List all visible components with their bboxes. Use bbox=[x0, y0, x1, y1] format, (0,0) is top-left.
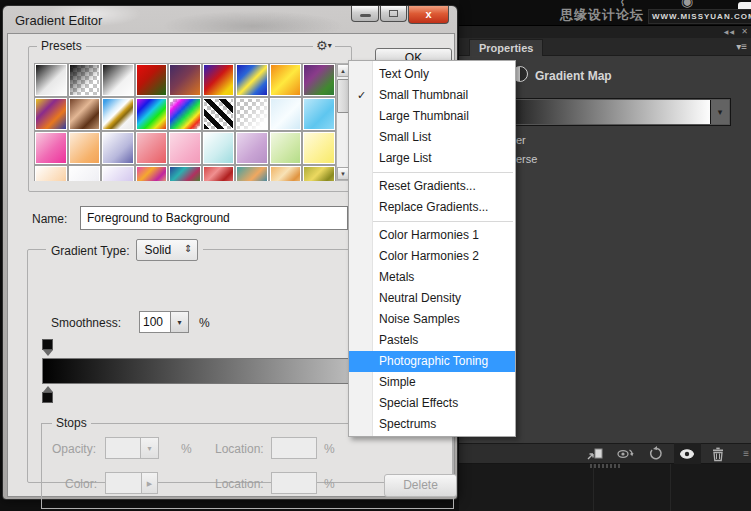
gradient-preset-thumbnail[interactable] bbox=[68, 97, 102, 131]
opacity-stop-swatch bbox=[42, 339, 53, 350]
panel-close-icon[interactable]: ✕ bbox=[741, 27, 748, 36]
opacity-dropdown-button[interactable]: ▾ bbox=[140, 437, 159, 459]
menu-item-neutral-density[interactable]: Neutral Density bbox=[349, 288, 515, 309]
panel-resize-gripper[interactable] bbox=[590, 464, 620, 468]
eye-icon-partial: ◉ bbox=[681, 0, 693, 9]
collapse-panels-icon[interactable]: ◀◀ bbox=[724, 28, 735, 35]
opacity-input[interactable] bbox=[105, 437, 141, 459]
chevron-down-icon: ▾ bbox=[328, 41, 332, 50]
gradient-preset-thumbnail[interactable] bbox=[34, 63, 68, 97]
gradient-preset-thumbnail[interactable] bbox=[68, 165, 102, 181]
gradient-preset-thumbnail[interactable] bbox=[135, 165, 169, 181]
gradient-preset-thumbnail[interactable] bbox=[34, 97, 68, 131]
tab-properties[interactable]: Properties bbox=[469, 39, 543, 56]
menu-separator bbox=[351, 221, 513, 222]
gradient-preset-thumbnail[interactable] bbox=[202, 131, 236, 165]
gradient-preset-thumbnail[interactable] bbox=[135, 63, 169, 97]
menu-item-pastels[interactable]: Pastels bbox=[349, 330, 515, 351]
reset-adjustment-icon[interactable] bbox=[647, 446, 665, 462]
panel-flyout-menu-icon[interactable]: ▾≡ bbox=[736, 42, 747, 52]
menu-item-replace-gradients[interactable]: Replace Gradients... bbox=[349, 197, 515, 218]
gradient-preset-thumbnail[interactable] bbox=[168, 97, 202, 131]
name-label: Name: bbox=[32, 212, 67, 226]
location-label: Location: bbox=[215, 442, 264, 456]
gradient-preset-thumbnail[interactable] bbox=[235, 131, 269, 165]
opacity-stop-marker[interactable] bbox=[41, 339, 54, 356]
menu-item-large-thumbnail[interactable]: Large Thumbnail bbox=[349, 106, 515, 127]
gradient-preset-thumbnail[interactable] bbox=[68, 131, 102, 165]
menu-item-color-harmonies-2[interactable]: Color Harmonies 2 bbox=[349, 246, 515, 267]
menu-item-text-only[interactable]: Text Only bbox=[349, 64, 515, 85]
gradient-preset-thumbnail[interactable] bbox=[101, 165, 135, 181]
layers-panel-edge bbox=[459, 464, 751, 511]
color-stop-marker[interactable] bbox=[41, 386, 54, 403]
minimize-button[interactable] bbox=[351, 6, 379, 22]
color-swatch[interactable] bbox=[105, 472, 142, 494]
presets-flyout-menu: Text Only ✓Small Thumbnail Large Thumbna… bbox=[348, 60, 516, 437]
menu-item-simple[interactable]: Simple bbox=[349, 372, 515, 393]
gradient-preset-thumbnail[interactable] bbox=[34, 165, 68, 181]
gradient-preset-thumbnail[interactable] bbox=[101, 131, 135, 165]
gradient-preset-thumbnail[interactable] bbox=[269, 63, 303, 97]
footer-grip-icon: ≡ bbox=[743, 448, 749, 459]
menu-item-metals[interactable]: Metals bbox=[349, 267, 515, 288]
visibility-eye-icon[interactable] bbox=[678, 446, 696, 462]
gradient-type-value: Solid bbox=[145, 243, 172, 257]
gradient-name-input[interactable] bbox=[80, 206, 348, 230]
delete-adjustment-trash-icon[interactable] bbox=[709, 446, 727, 462]
close-button[interactable]: x bbox=[408, 6, 449, 24]
menu-item-large-list[interactable]: Large List bbox=[349, 148, 515, 169]
gradient-preset-thumbnail[interactable] bbox=[235, 63, 269, 97]
menu-item-photographic-toning[interactable]: Photographic Toning bbox=[349, 351, 515, 372]
gradient-preset-thumbnail[interactable] bbox=[101, 97, 135, 131]
reverse-label-partial: erse bbox=[516, 153, 537, 165]
gradient-preset-thumbnail[interactable] bbox=[202, 165, 236, 181]
gradient-preset-thumbnail[interactable] bbox=[168, 131, 202, 165]
maximize-button[interactable] bbox=[380, 6, 407, 22]
gradient-preset-thumbnail[interactable] bbox=[135, 131, 169, 165]
presets-menu-gear-button[interactable]: ⚙▾ bbox=[313, 38, 335, 53]
previous-state-eye-icon[interactable] bbox=[616, 446, 634, 462]
color-stop-swatch bbox=[42, 392, 53, 403]
menu-item-reset-gradients[interactable]: Reset Gradients... bbox=[349, 176, 515, 197]
delete-stop-button[interactable]: Delete bbox=[384, 474, 457, 497]
clip-to-layer-icon[interactable] bbox=[586, 446, 604, 462]
maximize-icon bbox=[389, 10, 398, 17]
menu-item-small-list[interactable]: Small List bbox=[349, 127, 515, 148]
location-input[interactable] bbox=[271, 437, 317, 459]
properties-panel-header: Properties ▾≡ bbox=[459, 38, 751, 56]
gradient-preset-thumbnail[interactable] bbox=[302, 97, 336, 131]
gradient-preset-thumbnail[interactable] bbox=[34, 131, 68, 165]
menu-item-spectrums[interactable]: Spectrums bbox=[349, 414, 515, 435]
location2-input[interactable] bbox=[271, 472, 317, 494]
gradient-preset-thumbnail[interactable] bbox=[168, 63, 202, 97]
gradient-preset-thumbnail[interactable] bbox=[302, 165, 336, 181]
menu-item-small-thumbnail[interactable]: ✓Small Thumbnail bbox=[349, 85, 515, 106]
opacity-label: Opacity: bbox=[52, 442, 96, 456]
smoothness-percent: % bbox=[199, 316, 210, 330]
color-picker-arrow-button[interactable]: ▶ bbox=[141, 472, 158, 494]
gradient-preset-thumbnail[interactable] bbox=[135, 97, 169, 131]
gradient-preset-thumbnail[interactable] bbox=[68, 63, 102, 97]
gradient-presets-grid bbox=[34, 63, 336, 181]
smoothness-input[interactable] bbox=[139, 311, 171, 333]
gradient-preset-thumbnail[interactable] bbox=[235, 165, 269, 181]
gradient-preset-thumbnail[interactable] bbox=[101, 63, 135, 97]
chevron-down-icon[interactable]: ▾ bbox=[711, 100, 729, 124]
presets-legend: Presets bbox=[37, 39, 86, 53]
gradient-preset-thumbnail[interactable] bbox=[269, 97, 303, 131]
gradient-preset-thumbnail[interactable] bbox=[269, 131, 303, 165]
gradient-preset-thumbnail[interactable] bbox=[269, 165, 303, 181]
gradient-preset-thumbnail[interactable] bbox=[202, 97, 236, 131]
menu-item-color-harmonies-1[interactable]: Color Harmonies 1 bbox=[349, 225, 515, 246]
gradient-preset-thumbnail[interactable] bbox=[302, 131, 336, 165]
gradient-preset-thumbnail[interactable] bbox=[168, 165, 202, 181]
menu-item-special-effects[interactable]: Special Effects bbox=[349, 393, 515, 414]
gradient-preset-thumbnail[interactable] bbox=[302, 63, 336, 97]
menu-item-noise-samples[interactable]: Noise Samples bbox=[349, 309, 515, 330]
gradient-type-select[interactable]: Solid⇕ bbox=[136, 239, 198, 261]
screenshot-stage: ⌇ ◉ 思缘设计论坛 WWW.MISSYUAN.COM ◀◀ ✕ Propert… bbox=[0, 0, 751, 511]
gradient-preset-thumbnail[interactable] bbox=[202, 63, 236, 97]
smoothness-dropdown-button[interactable]: ▾ bbox=[170, 311, 189, 333]
gradient-preset-thumbnail[interactable] bbox=[235, 97, 269, 131]
